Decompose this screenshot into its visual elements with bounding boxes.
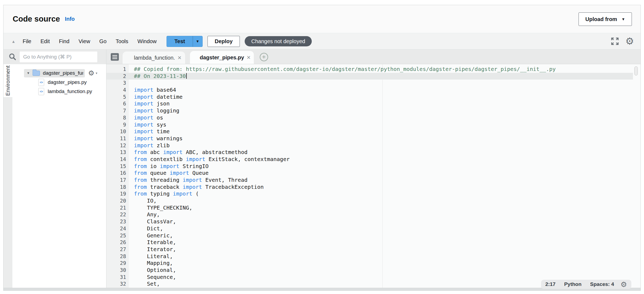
menu-go[interactable]: Go (95, 38, 111, 45)
code-line[interactable]: 1## Copied from: https://raw.githubuserc… (106, 66, 633, 73)
menu-view[interactable]: View (74, 38, 95, 45)
code-line[interactable]: 4import base64 (106, 87, 633, 94)
tab-environment[interactable]: Environment (4, 64, 12, 97)
menu-edit[interactable]: Edit (36, 38, 54, 45)
line-number[interactable]: 5 (106, 94, 129, 101)
code-line[interactable]: 15from io import StringIO (106, 163, 633, 170)
new-tab-button[interactable]: + (260, 53, 268, 61)
code-line[interactable]: 7import logging (106, 107, 633, 114)
code-line[interactable]: 23 ClassVar, (106, 218, 633, 225)
code-line[interactable]: 14from contextlib import ExitStack, cont… (106, 156, 633, 163)
line-number[interactable]: 19 (106, 190, 129, 197)
code-line[interactable]: 3 (106, 80, 633, 87)
tab-lambda-function[interactable]: lambda_function. × (123, 52, 185, 64)
line-number[interactable]: 3 (106, 80, 129, 87)
code-line[interactable]: 6import json (106, 100, 633, 107)
tree-folder[interactable]: ▼ dagster_pipes_funct (24, 69, 85, 77)
line-number[interactable]: 8 (106, 114, 129, 121)
line-number[interactable]: 1 (106, 66, 129, 73)
code-line[interactable]: 10import time (106, 128, 633, 135)
close-tab-icon[interactable]: × (178, 54, 181, 61)
code-line[interactable]: 16from queue import Queue (106, 170, 633, 177)
indentation-setting[interactable]: Spaces: 4 (590, 281, 614, 287)
fullscreen-icon[interactable] (611, 37, 619, 45)
test-dropdown-icon[interactable]: ▼ (193, 36, 202, 47)
code-line[interactable]: 28 Literal, (106, 253, 633, 260)
deploy-button[interactable]: Deploy (207, 36, 240, 47)
code-editor[interactable]: 1## Copied from: https://raw.githubuserc… (106, 64, 640, 290)
info-link[interactable]: Info (65, 16, 75, 22)
code-line[interactable]: 12import zlib (106, 142, 633, 149)
code-line[interactable]: 21 TYPE_CHECKING, (106, 204, 633, 211)
line-number[interactable]: 25 (106, 232, 129, 239)
line-number[interactable]: 9 (106, 121, 129, 128)
line-number[interactable]: 7 (106, 107, 129, 114)
code-line[interactable]: 13from abc import ABC, abstractmethod (106, 149, 633, 156)
code-line[interactable]: 2## On 2023-11-30 (106, 73, 633, 80)
line-number[interactable]: 13 (106, 149, 129, 156)
line-number[interactable]: 31 (106, 274, 129, 281)
code-line[interactable]: 29 Mapping, (106, 260, 633, 267)
code-text: Sequence, (134, 274, 176, 281)
code-line[interactable]: 17from threading import Event, Thread (106, 177, 633, 184)
open-files-list-icon[interactable] (111, 53, 119, 61)
menu-file[interactable]: File (18, 38, 36, 45)
line-number[interactable]: 6 (106, 100, 129, 107)
close-tab-icon[interactable]: × (247, 54, 251, 61)
code-line[interactable]: 11import warnings (106, 135, 633, 142)
collapse-panel-icon[interactable]: ▲ (9, 39, 18, 44)
folder-expand-icon[interactable]: ▼ (27, 71, 30, 75)
line-number[interactable]: 4 (106, 87, 129, 94)
tree-settings-button[interactable]: ⚙ ▼ (88, 70, 98, 77)
test-split-button[interactable]: Test ▼ (167, 36, 203, 47)
code-line[interactable]: 9import sys (106, 121, 633, 128)
line-number[interactable]: 14 (106, 156, 129, 163)
menu-window[interactable]: Window (133, 38, 161, 45)
test-button[interactable]: Test (167, 36, 193, 47)
line-number[interactable]: 27 (106, 246, 129, 253)
line-number[interactable]: 16 (106, 170, 129, 177)
code-line[interactable]: 26 Iterable, (106, 239, 633, 246)
code-line[interactable]: 30 Optional, (106, 267, 633, 274)
line-number[interactable]: 29 (106, 260, 129, 267)
tree-file-lambda-function[interactable]: <> lambda_function.py (12, 87, 106, 96)
line-number[interactable]: 24 (106, 225, 129, 232)
code-line[interactable]: 18from traceback import TracebackExcepti… (106, 184, 633, 191)
line-number[interactable]: 30 (106, 267, 129, 274)
menu-find[interactable]: Find (54, 38, 74, 45)
code-text: ClassVar, (134, 218, 176, 225)
code-line[interactable]: 25 Generic, (106, 232, 633, 239)
code-line[interactable]: 20 IO, (106, 197, 633, 204)
line-number[interactable]: 12 (106, 142, 129, 149)
code-line[interactable]: 27 Iterator, (106, 246, 633, 253)
line-number[interactable]: 17 (106, 177, 129, 184)
line-number[interactable]: 22 (106, 211, 129, 218)
line-number[interactable]: 28 (106, 253, 129, 260)
code-line[interactable]: 24 Dict, (106, 225, 633, 232)
language-mode[interactable]: Python (564, 281, 581, 287)
line-number[interactable]: 32 (106, 281, 129, 288)
menu-tools[interactable]: Tools (111, 38, 133, 45)
settings-gear-icon[interactable]: ⚙ (625, 36, 634, 46)
editor-menubar: ▲ File Edit Find View Go Tools Window Te… (4, 33, 640, 50)
tab-dagster-pipes[interactable]: dagster_pipes.py × (190, 51, 254, 64)
code-line[interactable]: 8import os (106, 114, 633, 121)
code-line[interactable]: 19from typing import ( (106, 190, 633, 197)
line-number[interactable]: 2 (106, 73, 129, 80)
line-number[interactable]: 26 (106, 239, 129, 246)
statusbar-gear-icon[interactable]: ⚙ (621, 281, 627, 288)
line-number[interactable]: 10 (106, 128, 129, 135)
search-input[interactable] (20, 52, 97, 62)
line-number[interactable]: 20 (106, 197, 129, 204)
upload-from-button[interactable]: Upload from ▼ (579, 12, 632, 26)
line-number[interactable]: 11 (106, 135, 129, 142)
line-number[interactable]: 18 (106, 184, 129, 191)
cursor-position[interactable]: 2:17 (545, 281, 556, 287)
line-number[interactable]: 21 (106, 204, 129, 211)
code-line[interactable]: 22 Any, (106, 211, 633, 218)
code-line[interactable]: 5import datetime (106, 94, 633, 101)
vertical-scrollbar[interactable] (634, 66, 638, 76)
line-number[interactable]: 15 (106, 163, 129, 170)
tree-file-dagster-pipes[interactable]: <> dagster_pipes.py (12, 78, 106, 87)
line-number[interactable]: 23 (106, 218, 129, 225)
